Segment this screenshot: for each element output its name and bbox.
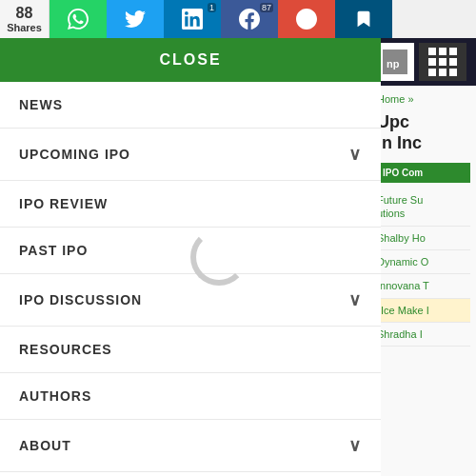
grid-dot	[449, 58, 457, 66]
sidebar-item-ipo-discussion-label: IPO DISCUSSION	[19, 292, 142, 307]
content-link-shalby[interactable]: Shalby Ho	[377, 227, 470, 250]
grid-menu-icon[interactable]	[419, 43, 466, 81]
sidebar-item-upcoming-ipo[interactable]: UPCOMING IPO ∨	[0, 129, 381, 181]
sidebar-item-resources-label: RESOURCES	[19, 342, 112, 357]
content-link-dynamic[interactable]: Dynamic O	[377, 250, 470, 274]
linkedin-share-count: 1	[208, 3, 216, 12]
content-panel: np Home »	[371, 38, 476, 476]
linkedin-share-button[interactable]: 1	[164, 0, 221, 38]
share-count-label: Shares	[7, 22, 42, 33]
breadcrumb: Home »	[377, 93, 470, 105]
sidebar-item-news-label: NEWS	[19, 97, 63, 112]
svg-text:np: np	[387, 58, 400, 69]
share-count: 88 Shares	[0, 0, 50, 38]
chevron-down-icon-about: ∨	[348, 435, 362, 456]
tab-ipo-companies[interactable]: IPO Com	[377, 163, 470, 183]
share-bar: 88 Shares 1 87	[0, 0, 476, 38]
facebook-share-button[interactable]: 87	[221, 0, 278, 38]
whatsapp-share-button[interactable]	[50, 0, 107, 38]
chevron-down-icon-discussion: ∨	[348, 289, 362, 310]
grid-dots	[428, 48, 457, 76]
breadcrumb-separator: »	[407, 93, 413, 105]
sidebar-item-ipo-review[interactable]: IPO REVIEW	[0, 181, 381, 228]
sidebar-item-about-label: ABOUT	[19, 438, 71, 453]
content-link-ice-make[interactable]: Ice Make I	[377, 299, 470, 323]
facebook-share-count: 87	[260, 3, 273, 12]
grid-dot	[428, 69, 436, 76]
close-button[interactable]: CLOSE	[0, 38, 381, 82]
np-logo-area: np	[371, 38, 476, 86]
sidebar-item-past-ipo-label: PAST IPO	[19, 243, 88, 258]
loading-spinner	[190, 228, 248, 286]
grid-dot	[449, 69, 457, 76]
grid-dot	[439, 58, 446, 66]
content-link-future-sup[interactable]: Future Suutions	[377, 188, 470, 227]
twitter-share-button[interactable]	[107, 0, 164, 38]
share-count-number: 88	[16, 5, 33, 22]
grid-dot	[449, 48, 457, 55]
sidebar-item-ipo-review-label: IPO REVIEW	[19, 196, 108, 211]
content-link-innovana[interactable]: Innovana T	[377, 274, 470, 298]
sidebar-item-news[interactable]: NEWS	[0, 82, 381, 129]
content-body: Home » Upcin Inc IPO Com Future Suutions…	[371, 86, 476, 354]
grid-dot	[439, 69, 446, 76]
sidebar-item-resources[interactable]: RESOURCES	[0, 327, 381, 373]
sidebar-item-about[interactable]: ABOUT ∨	[0, 420, 381, 472]
content-link-shradha[interactable]: Shradha I	[377, 323, 470, 347]
sidebar-item-upcoming-ipo-label: UPCOMING IPO	[19, 147, 130, 162]
np-watermark-icon: np	[376, 43, 414, 81]
bookmark-share-button[interactable]	[335, 0, 392, 38]
breadcrumb-home[interactable]: Home	[377, 93, 405, 105]
sidebar-item-authors-label: AUTHORS	[19, 388, 91, 404]
page-title: Upcin Inc	[377, 112, 470, 153]
chevron-down-icon: ∨	[348, 144, 362, 165]
main-layout: CLOSE NEWS UPCOMING IPO ∨ IPO REVIEW PAS…	[0, 38, 476, 476]
google-share-button[interactable]	[278, 0, 335, 38]
grid-dot	[428, 48, 436, 55]
grid-dot	[428, 58, 436, 66]
grid-dot	[439, 48, 446, 55]
sidebar-item-authors[interactable]: AUTHORS	[0, 373, 381, 420]
